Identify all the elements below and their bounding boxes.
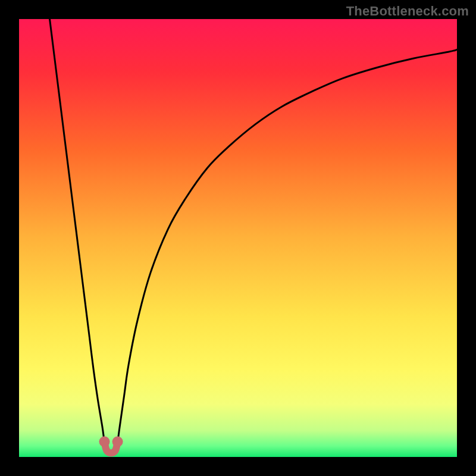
gradient-background <box>19 19 457 457</box>
marker-dot <box>112 436 123 447</box>
watermark-text: TheBottleneck.com <box>346 4 469 19</box>
plot-area <box>19 19 457 457</box>
bottleneck-chart <box>19 19 457 457</box>
marker-dot <box>99 436 110 447</box>
chart-frame: TheBottleneck.com <box>0 0 476 476</box>
